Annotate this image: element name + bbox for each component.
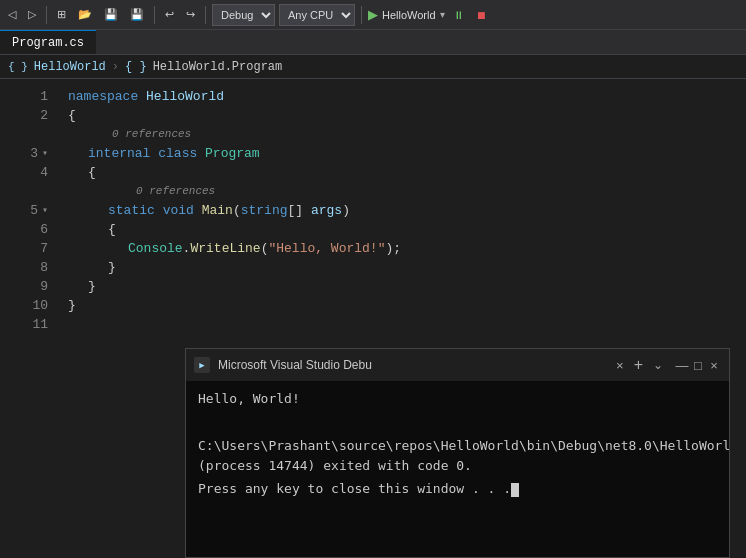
debug-window-icon: ▶ bbox=[194, 357, 210, 373]
debug-maximize-btn[interactable]: □ bbox=[691, 358, 705, 372]
debug-output-line3: C:\Users\Prashant\source\repos\HelloWorl… bbox=[198, 436, 717, 475]
debug-config-select[interactable]: Debug bbox=[212, 4, 275, 26]
hint-line-3: 0 references bbox=[68, 125, 746, 144]
code-line-9: } bbox=[68, 277, 746, 296]
stop-btn[interactable]: ⏹ bbox=[472, 7, 491, 23]
code-line-1: namespace HelloWorld bbox=[68, 87, 746, 106]
code-line-6: { bbox=[68, 220, 746, 239]
cpu-config-select[interactable]: Any CPU bbox=[279, 4, 355, 26]
breadcrumb-class-icon: { } bbox=[125, 60, 147, 74]
run-label: HelloWorld bbox=[382, 9, 436, 21]
line-numbers: 1 2 3▾ 4 5▾ 6 7 8 9 10 11 bbox=[0, 79, 60, 558]
sep1 bbox=[46, 6, 47, 24]
debug-titlebar: ▶ Microsoft Visual Studio Debu × + ⌄ — □… bbox=[186, 349, 729, 381]
breadcrumb: { } HelloWorld › { } HelloWorld.Program bbox=[0, 55, 746, 79]
breadcrumb-class[interactable]: HelloWorld.Program bbox=[153, 60, 283, 74]
debug-close-tab-btn[interactable]: × bbox=[612, 358, 628, 373]
debug-output: Hello, World! C:\Users\Prashant\source\r… bbox=[186, 381, 729, 557]
code-line-3: internal class Program bbox=[68, 144, 746, 163]
debug-output-line1: Hello, World! bbox=[198, 389, 717, 409]
debug-window-tab-btns: × + ⌄ bbox=[612, 356, 667, 374]
code-line-2: { bbox=[68, 106, 746, 125]
open-file-btn[interactable]: 📂 bbox=[74, 6, 96, 23]
cursor bbox=[511, 483, 519, 497]
save-all-btn[interactable]: 💾 bbox=[126, 6, 148, 23]
debug-console-window: ▶ Microsoft Visual Studio Debu × + ⌄ — □… bbox=[185, 348, 730, 558]
new-file-btn[interactable]: ⊞ bbox=[53, 6, 70, 23]
sep2 bbox=[154, 6, 155, 24]
editor-container: 1 2 3▾ 4 5▾ 6 7 8 9 10 11 namespace Hell… bbox=[0, 79, 746, 558]
hint-line-5: 0 references bbox=[68, 182, 746, 201]
debug-output-line2 bbox=[198, 413, 717, 433]
sep3 bbox=[205, 6, 206, 24]
save-btn[interactable]: 💾 bbox=[100, 6, 122, 23]
code-line-4: { bbox=[68, 163, 746, 182]
redo-btn[interactable]: ↪ bbox=[182, 6, 199, 23]
code-line-7: Console.WriteLine("Hello, World!"); bbox=[68, 239, 746, 258]
debug-minimize-btn[interactable]: — bbox=[675, 358, 689, 372]
back-btn[interactable]: ◁ bbox=[4, 6, 20, 23]
pause-btn[interactable]: ⏸ bbox=[449, 7, 468, 23]
debug-dropdown-btn[interactable]: ⌄ bbox=[649, 358, 667, 372]
code-line-11 bbox=[68, 315, 746, 334]
tab-label: Program.cs bbox=[12, 36, 84, 50]
code-line-8: } bbox=[68, 258, 746, 277]
debug-window-title: Microsoft Visual Studio Debu bbox=[218, 358, 604, 372]
undo-btn[interactable]: ↩ bbox=[161, 6, 178, 23]
forward-btn[interactable]: ▷ bbox=[24, 6, 40, 23]
debug-window-controls: — □ × bbox=[675, 358, 721, 372]
run-button[interactable]: ▶ HelloWorld ▾ bbox=[368, 7, 445, 22]
debug-add-tab-btn[interactable]: + bbox=[630, 356, 647, 374]
breadcrumb-namespace[interactable]: HelloWorld bbox=[34, 60, 106, 74]
code-line-10: } bbox=[68, 296, 746, 315]
breadcrumb-icon: { } bbox=[8, 61, 28, 73]
debug-output-line4: Press any key to close this window . . . bbox=[198, 479, 717, 499]
toolbar: ◁ ▷ ⊞ 📂 💾 💾 ↩ ↪ Debug Any CPU ▶ HelloWor… bbox=[0, 0, 746, 30]
tab-bar: Program.cs bbox=[0, 30, 746, 55]
debug-close-btn[interactable]: × bbox=[707, 358, 721, 372]
sep4 bbox=[361, 6, 362, 24]
breadcrumb-separator: › bbox=[112, 60, 119, 74]
tab-program-cs[interactable]: Program.cs bbox=[0, 30, 96, 54]
code-line-5: static void Main(string[] args) bbox=[68, 201, 746, 220]
